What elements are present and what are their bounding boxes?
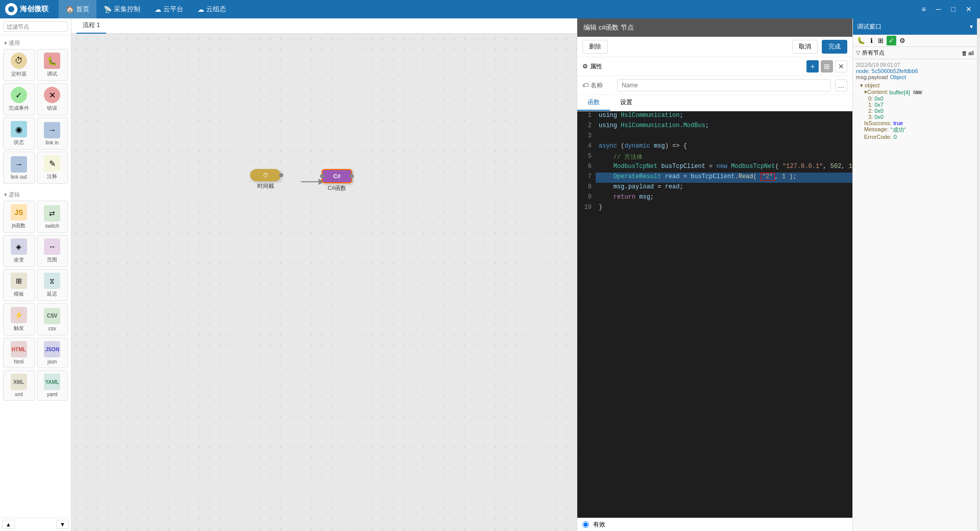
valid-radio[interactable] [582,521,589,528]
gear-tab-btn[interactable]: ⚙ [897,36,908,45]
comment-icon: ✎ [44,155,60,172]
flow-tabs: 流程 1 [71,18,577,34]
object-label[interactable]: ▾ object [860,82,974,89]
node-linkout[interactable]: → link out [3,152,35,184]
csharp-input-port [320,174,324,178]
jsfunc-label: js函数 [12,222,26,229]
menu-btn[interactable]: ≡ [918,3,928,15]
copy-tab-btn[interactable]: ⊞ [876,36,886,45]
node-change[interactable]: ◈ 改变 [3,235,35,267]
node-debug[interactable]: 🐛 调试 [37,49,68,81]
node-error[interactable]: ✕ 错误 [37,83,68,115]
section-logic: ▾ 逻辑 [2,189,69,200]
sidebar-nodes: ▾ 通用 ⏱ 定时器 🐛 调试 ✓ 完成事件 ✕ 错误 [0,35,71,517]
chevron-down-icon: ▾ [4,40,7,46]
flow-canvas[interactable]: ⏱ 时间截 C# C#函数 [71,34,577,531]
prop-btn3[interactable]: ✕ [835,60,847,73]
json-label: json [47,359,57,365]
content-items: 0: 0x0 1: 0x7 2: 0x0 [864,95,974,120]
timer-node-label: 时间截 [257,182,274,190]
right-scrollbar[interactable] [977,18,980,531]
node-json[interactable]: JSON json [37,337,68,368]
debug-label: 调试 [47,70,57,78]
debug-dropdown-btn[interactable]: ▾ [970,23,973,30]
add-prop-btn[interactable]: + [806,60,819,73]
csharp-node-icon: C# [333,173,340,179]
node-xml[interactable]: XML xml [3,370,35,401]
node-jsfunc[interactable]: JS js函数 [3,201,35,233]
close-btn[interactable]: ✕ [963,3,975,15]
csharp-output-port [350,174,354,178]
canvas-connections [71,34,577,531]
delete-all-btn[interactable]: 🗑 all [962,50,974,56]
tab-settings[interactable]: 设置 [610,95,643,111]
nav-home[interactable]: 🏠 首页 [59,0,96,18]
node-linkin[interactable]: → link in [37,117,68,150]
canvas-timer-node[interactable]: ⏱ 时间截 [250,169,281,190]
svg-point-0 [8,6,14,12]
search-input[interactable] [3,21,68,32]
linkout-icon: → [11,156,27,173]
content-item-3: 3: 0x0 [868,114,974,120]
flow-canvas-area: 流程 1 ⏱ 时间截 [71,18,577,531]
info-tab-btn[interactable]: ℹ [868,36,875,45]
zoom-in-btn[interactable]: ▲ [2,520,15,529]
right-panel: 调试窗口 ▾ 🐛 ℹ ⊞ ✓ ⚙ ▽ 所有节点 🗑 all [852,18,980,531]
prop-btn2[interactable]: ⊞ [821,60,833,73]
code-line-1: 1 using HslCommunication; [577,111,852,122]
code-line-10: 10 } [577,203,852,213]
node-yaml[interactable]: YAML yaml [37,370,68,401]
node-html[interactable]: HTML html [3,337,35,368]
sidebar-footer: ▲ ▼ [0,517,71,531]
name-extra-btn[interactable]: … [835,79,847,91]
zoom-out-btn[interactable]: ▼ [56,520,69,529]
delete-button[interactable]: 删除 [582,40,608,54]
done-button[interactable]: 完成 [822,40,847,54]
code-line-6: 6 ModbusTcpNet busTcpClient = new Modbus… [577,162,852,173]
node-switch[interactable]: ⇄ switch [37,201,68,233]
json-icon: JSON [44,341,60,357]
timer-label: 定时器 [11,70,27,78]
status-label: 状态 [14,139,24,146]
cloud-icon: ☁ [155,6,161,13]
node-complete[interactable]: ✓ 完成事件 [3,83,35,115]
node-csv[interactable]: CSV csv [37,303,68,335]
node-status[interactable]: ◉ 状态 [3,117,35,150]
nav-collect[interactable]: 📡 采集控制 [96,0,148,18]
code-editor[interactable]: 1 using HslCommunication; 2 using HslCom… [577,111,852,518]
name-input[interactable] [617,79,831,91]
window-controls: ≡ ─ □ ✕ [918,3,975,15]
editor-toolbar: 删除 取消 完成 [577,37,852,57]
tag-icon: 🏷 [582,82,589,89]
node-range[interactable]: ↔ 范围 [37,235,68,267]
node-comment[interactable]: ✎ 注释 [37,152,68,184]
node-template[interactable]: ⊞ 模板 [3,269,35,301]
nav-cloud[interactable]: ☁ 云平台 [148,0,190,18]
nav-cloudstate[interactable]: ☁ 云组态 [190,0,233,18]
flow-tab-1[interactable]: 流程 1 [77,18,106,34]
cancel-button[interactable]: 取消 [792,40,818,54]
properties-row: ⚙ 属性 + ⊞ ✕ [577,57,852,76]
minimize-btn[interactable]: ─ [933,3,944,15]
node-trigger[interactable]: ⚡ 触发 [3,303,35,335]
xml-icon: XML [11,374,27,390]
content-item-0: 0: 0x0 [868,95,974,102]
node-timer[interactable]: ⏱ 定时器 [3,49,35,81]
tab-function[interactable]: 函数 [577,95,610,111]
debug-tab-btn[interactable]: 🐛 [855,36,867,45]
code-line-7: 7 OperateResult read = busTcpClient.Read… [577,173,852,183]
xml-label: xml [15,392,23,397]
content-tag: raw [912,89,923,95]
node-palette: ▾ 通用 ⏱ 定时器 🐛 调试 ✓ 完成事件 ✕ 错误 [0,18,71,531]
content-item-2: 2: 0x0 [868,108,974,114]
logic-nodes-grid: JS js函数 ⇄ switch ◈ 改变 ↔ 范围 ⊞ 模板 [2,200,69,402]
canvas-csharp-node[interactable]: C# C#函数 [322,169,352,192]
range-icon: ↔ [44,238,60,255]
filter-label: 所有节点 [862,49,885,57]
node-delay[interactable]: ⧖ 延迟 [37,269,68,301]
maximize-btn[interactable]: □ [948,3,959,15]
content-label[interactable]: ▾Content: [864,89,889,95]
linkout-label: link out [11,174,27,180]
check-tab-btn[interactable]: ✓ [887,36,896,45]
filter-icon: ▽ [856,50,860,56]
